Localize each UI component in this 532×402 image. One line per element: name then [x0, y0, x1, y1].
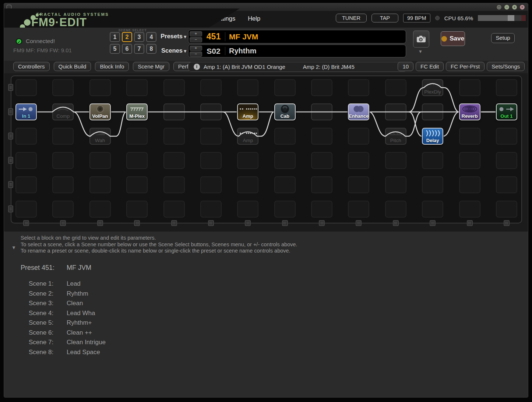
scene-select-button-7[interactable]: 7 — [134, 44, 144, 54]
scene-minus-button[interactable]: − — [190, 52, 202, 57]
grid-cell[interactable] — [52, 152, 74, 169]
grid-cell[interactable] — [459, 152, 480, 169]
grid-cell[interactable] — [52, 201, 74, 218]
column-handle[interactable] — [134, 220, 140, 226]
grid-shunt-cell[interactable] — [311, 103, 332, 120]
block-reverb[interactable]: Reverb — [459, 103, 480, 120]
grid-cell[interactable] — [385, 79, 406, 96]
column-handle[interactable] — [504, 220, 510, 226]
grid-shunt-cell[interactable] — [385, 103, 406, 120]
grid-cell[interactable] — [15, 79, 37, 96]
block-plexdly[interactable]: PlexDly — [422, 79, 443, 96]
preset-field[interactable]: + − 451 MF JVM — [188, 30, 406, 43]
scene-number[interactable]: S02 — [202, 47, 225, 56]
column-handle[interactable] — [467, 220, 473, 226]
grid-cell[interactable] — [237, 152, 258, 169]
preset-minus-button[interactable]: − — [190, 37, 202, 42]
block-pitch[interactable]: Pitch — [385, 128, 406, 145]
grid-cell[interactable] — [163, 201, 185, 218]
grid-cell[interactable] — [163, 128, 185, 145]
block-volpan[interactable]: VolPan — [89, 103, 111, 120]
scene-list-row-2[interactable]: Scene 2:Ryhthm — [21, 289, 106, 299]
grid-cell[interactable] — [422, 201, 443, 218]
grid-shunt-cell[interactable] — [200, 103, 222, 120]
grid-cell[interactable] — [200, 152, 222, 169]
grid-cell[interactable] — [163, 152, 185, 169]
column-handle[interactable] — [97, 220, 103, 226]
grid-cell[interactable] — [496, 176, 517, 193]
toolbar-scene-mgr[interactable]: Scene Mgr — [133, 62, 169, 71]
grid-cell[interactable] — [496, 79, 517, 96]
toolbar-fc-per-prst[interactable]: FC Per-Prst — [446, 62, 485, 71]
tap-button[interactable]: TAP — [371, 14, 398, 22]
scene-select-button-1[interactable]: 1 — [110, 32, 120, 42]
block-wah[interactable]: Wah — [89, 128, 111, 145]
row-handle[interactable] — [8, 108, 13, 115]
grid-cell[interactable] — [311, 176, 332, 193]
grid-cell[interactable] — [163, 176, 185, 193]
row-handle[interactable] — [8, 157, 13, 164]
setup-button[interactable]: Setup — [491, 33, 515, 43]
snapshot-button[interactable] — [413, 31, 429, 47]
grid-cell[interactable] — [126, 176, 148, 193]
grid-cell[interactable] — [274, 79, 296, 96]
block-mplex[interactable]: M-Plex — [126, 103, 148, 120]
column-handle[interactable] — [282, 220, 288, 226]
column-handle[interactable] — [60, 220, 66, 226]
scene-select-button-6[interactable]: 6 — [122, 44, 132, 54]
grid-cell[interactable] — [385, 176, 406, 193]
column-handle[interactable] — [245, 220, 251, 226]
scene-list-row-4[interactable]: Scene 4:Lead Wha — [21, 308, 106, 318]
grid-cell[interactable] — [126, 79, 148, 96]
scenes-menu[interactable]: Scenes — [157, 47, 186, 54]
grid-cell[interactable] — [15, 128, 37, 145]
scene-name[interactable]: Ryhthm — [229, 47, 256, 55]
grid-cell[interactable] — [459, 201, 480, 218]
grid-cell[interactable] — [15, 152, 37, 169]
grid-cell[interactable] — [52, 176, 74, 193]
scene-list-row-3[interactable]: Scene 3:Clean — [21, 299, 106, 308]
grid-cell[interactable] — [274, 176, 296, 193]
bpm-display[interactable]: 99 BPM — [403, 14, 430, 22]
block-enhance[interactable]: Enhance — [348, 103, 369, 120]
grid-cell[interactable] — [274, 152, 296, 169]
toolbar-block-info[interactable]: Block Info — [95, 62, 129, 71]
block-amp1[interactable]: Amp — [237, 103, 258, 120]
preset-list-row[interactable]: Preset 451: MF JVM — [21, 264, 106, 272]
window-restore-button[interactable]: □ — [496, 4, 502, 10]
presets-menu[interactable]: Presets — [157, 33, 186, 40]
grid-cell[interactable] — [274, 128, 296, 145]
grid-cell[interactable] — [200, 201, 222, 218]
block-cab1[interactable]: Cab — [274, 103, 296, 120]
grid-cell[interactable] — [385, 152, 406, 169]
save-button[interactable]: Save — [441, 31, 465, 46]
grid-cell[interactable] — [496, 128, 517, 145]
grid-cell[interactable] — [348, 152, 369, 169]
grid-cell[interactable] — [200, 176, 222, 193]
window-minimize-button[interactable]: − — [504, 4, 510, 10]
grid-cell[interactable] — [311, 201, 332, 218]
scene-field[interactable]: + − S02 Ryhthm — [188, 45, 406, 57]
block-amp2[interactable]: Amp — [237, 128, 258, 145]
grid-cell[interactable] — [163, 79, 185, 96]
collapse-arrow-icon[interactable]: ▼ — [11, 245, 16, 250]
window-close-button[interactable]: × — [519, 4, 525, 10]
grid-shunt-cell[interactable] — [163, 103, 185, 120]
grid-cell[interactable] — [52, 128, 74, 145]
grid-cell[interactable] — [496, 152, 517, 169]
scene-list-row-7[interactable]: Scene 7:Clean Intrigue — [21, 338, 106, 348]
grid-cell[interactable] — [126, 128, 148, 145]
grid-cell[interactable] — [237, 201, 258, 218]
grid-cell[interactable] — [459, 79, 480, 96]
column-handle[interactable] — [393, 220, 399, 226]
column-handle[interactable] — [23, 220, 29, 226]
column-handle[interactable] — [171, 220, 177, 226]
grid-cell[interactable] — [348, 128, 369, 145]
grid-cell[interactable] — [237, 176, 258, 193]
block-delay[interactable]: Delay — [422, 128, 443, 145]
column-handle[interactable] — [208, 220, 214, 226]
grid-cell[interactable] — [200, 128, 222, 145]
grid-cell[interactable] — [15, 176, 37, 193]
grid-cell[interactable] — [126, 152, 148, 169]
grid-cell[interactable] — [89, 176, 111, 193]
